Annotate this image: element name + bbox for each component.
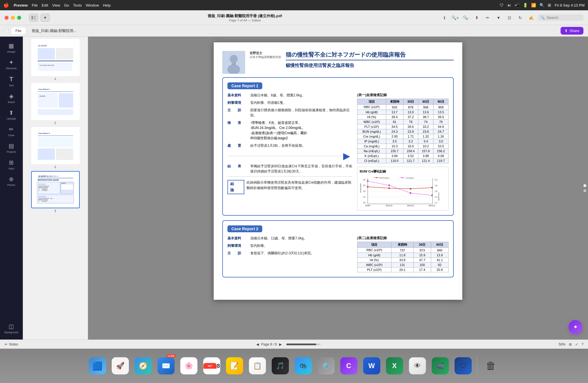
table-cell: 44.8 [433,124,449,129]
dock-mail[interactable]: ✉️ 14,699 [156,356,176,376]
page-prev-btn[interactable]: ◀ [256,342,259,346]
menubar-view[interactable]: View [52,3,60,7]
dock-freeform[interactable]: 📋 [247,356,268,376]
share-tool-button[interactable]: ⬆ [473,14,481,22]
page-progress-bar [286,344,321,345]
table-row: Hb (g/dl)13.713.013.613.5 [357,110,449,115]
search-input[interactable] [547,15,581,20]
dock-canva[interactable]: C [339,356,359,376]
word-icon: W [363,357,380,374]
brand-tool[interactable]: ◈ Brand [2,90,21,106]
menubar-search-icon[interactable]: 🔍 [539,3,544,7]
dock-excel[interactable]: X [384,356,405,376]
thumbnail-page-5[interactable]: Case Report 2 基本資料... 5 [25,83,85,125]
annotate-button[interactable]: ✏ [483,14,492,22]
page-number-section: ◀ Page 8 / 9 ▶ [256,342,321,346]
dock-notes[interactable]: 📝 [224,356,245,376]
table-cell: 3.84 [386,154,403,158]
rotate-button[interactable]: ↻ [516,14,525,22]
dock-calendar[interactable]: SEP 8 [201,356,222,376]
grid-view-icon[interactable]: ⊞ [569,342,572,346]
apple-menu[interactable]: 🍎 [3,3,9,8]
table-cell: 933 [386,105,403,110]
fullscreen-icon[interactable]: ⤢ [575,342,578,346]
scroll-dot-1[interactable] [583,184,586,187]
minimize-button[interactable] [11,16,15,20]
maximize-button[interactable] [17,16,21,20]
table-cell: 78 [403,120,418,124]
dock-launchpad[interactable]: 🚀 [110,356,131,376]
thumbnail-page-4[interactable]: 猫の慢性腎 Case Report data table 4 [25,39,85,81]
menubar-help[interactable]: Help [103,3,111,7]
svg-text:BUN(mg/dL): BUN(mg/dL) [380,177,389,179]
dock-safari[interactable]: 🧭 [133,356,153,376]
dock-word[interactable]: W [361,356,382,376]
bun-cre-chart: BUN/ Cre變化記錄 25 24 23 22 20 [357,167,449,211]
signature-button[interactable]: ✍ [527,14,535,22]
crop-button[interactable]: ⊡ [505,14,514,22]
document-tab[interactable]: 善版_印刷-圓融-獸醫院用... [28,27,81,35]
page-navigation-button[interactable]: ▼ [41,14,50,22]
menubar-tools[interactable]: Tools [73,3,82,7]
draw-tool[interactable]: ✏ Draw [2,124,21,139]
close-button[interactable] [5,16,9,20]
design-label: Design [7,50,15,53]
svg-text:第90日目: 第90日目 [429,205,436,207]
scroll-dot-2[interactable] [583,189,586,192]
svg-rect-26 [38,178,73,178]
help-icon[interactable]: ? [581,342,583,346]
photos-label: Photos [7,184,15,186]
dock-nordvpn[interactable]: 🛡 [453,356,473,376]
dock-trash[interactable]: 🗑 [481,356,501,376]
case-report-2: Case Report 2 基本資料 混種日本貓、12歲、母、體重7.0kg。 … [222,220,454,277]
zoom-in-button[interactable]: 🔍+ [451,14,459,22]
design-tool[interactable]: ▦ Design [2,40,21,55]
magic-float-button[interactable]: ✦ [569,320,582,334]
dock-appstore[interactable]: 🛍 [293,356,313,376]
apps-tool[interactable]: ⊞ Apps [2,157,21,172]
conclusion-text: 此病例顯示單獨使用活腎炭具有降低血液Cre指數的作用，建議臨床獸醫師於健檢時發現… [247,180,353,191]
blood-table-2: (表二)血液檢查記錄 項目 來院時 30日 60日 [357,236,449,272]
dock-facetime[interactable]: 📹 [430,356,451,376]
table-cell: 79 [433,120,449,124]
doctor-org: 日本大學臨床獸醫研究室 [250,55,281,59]
dock-finder[interactable]: 🟦 [87,356,108,376]
info-button[interactable]: ℹ [440,14,449,22]
markup-button[interactable]: ▼ [494,14,503,22]
menubar-go[interactable]: Go [64,3,69,7]
dock-photos[interactable]: 🌸 [179,356,199,376]
svg-text:24: 24 [363,184,365,186]
projects-tool[interactable]: ▤ Projects [2,140,21,156]
case-1-right: (表一)血液檢查記錄 項目 來院時 30日 60日 90日 [357,93,449,211]
menubar-controlcenter-icon[interactable]: ⊞ [548,3,551,7]
dock-music[interactable]: 🎵 [270,356,291,376]
share-button[interactable]: ⬆ Share [561,27,583,35]
thumbnail-page-6[interactable]: Case Report 3 6 [25,127,85,169]
file-tab[interactable]: File [11,27,25,34]
menubar-app-name[interactable]: Preview [14,3,28,7]
menubar-file[interactable]: File [32,3,38,7]
zoom-out-button[interactable]: 🔍- [462,14,470,22]
case2-chief-row: 主 訴 食慾低下、偶爾嘔吐(約2-3天吐1次)來院。 [227,251,353,256]
text-tool[interactable]: T Text [2,73,21,89]
dock-preview[interactable]: 👁 [407,356,428,376]
page-next-btn[interactable]: ▶ [279,342,282,346]
menubar-wifi-icon: 📶 [531,3,536,7]
sidebar-toggle-button[interactable] [29,14,38,22]
table-cell: 23.8 [418,129,433,134]
uploads-tool[interactable]: ⬆ Uploads [2,107,21,122]
dock-systemprefs[interactable]: ⚙️ [316,356,336,376]
photos-tool[interactable]: ⊕ Photos [2,173,21,189]
svg-point-74 [410,192,411,194]
table-cell: 3.98 [418,154,433,158]
background-tool[interactable]: ◫ Background [2,321,21,336]
table-cell: 119.0 [386,158,403,163]
page-info-label: Page 7 of 44 — Edited [229,19,261,22]
pdf-view-area[interactable]: 佐野 佐野忠士 日本大學臨床獸醫研究室 猫の慢性腎不全に対ネフガードの使用臨床報… [88,37,588,340]
case2-basic-info-row: 基本資料 混種日本貓、12歲、母、體重7.0kg。 [227,236,353,241]
menubar-edit[interactable]: Edit [42,3,48,7]
elements-tool[interactable]: ✦ Elements [2,57,21,72]
menubar-window[interactable]: Window [86,3,99,7]
thumbnail-page-7[interactable]: 猫の慢性腎不全に対ネフガード 貓慢性腎病使用活腎炭之臨床報告 Case Repo… [25,171,85,213]
table-row: Ht (%)33.947.741.1 [357,258,449,263]
